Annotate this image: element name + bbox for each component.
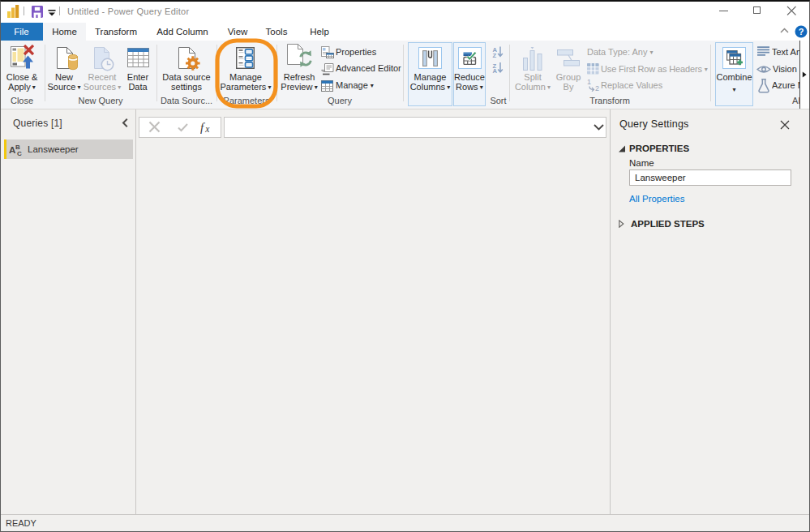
svg-text:1: 1: [587, 78, 591, 86]
svg-text:?: ?: [799, 27, 804, 36]
svg-text:C: C: [17, 150, 22, 157]
svg-text:f: f: [200, 121, 205, 134]
svg-text:x: x: [204, 124, 210, 134]
svg-text:2: 2: [595, 84, 599, 92]
svg-text:A: A: [493, 67, 498, 73]
svg-text:Z: Z: [493, 52, 497, 59]
